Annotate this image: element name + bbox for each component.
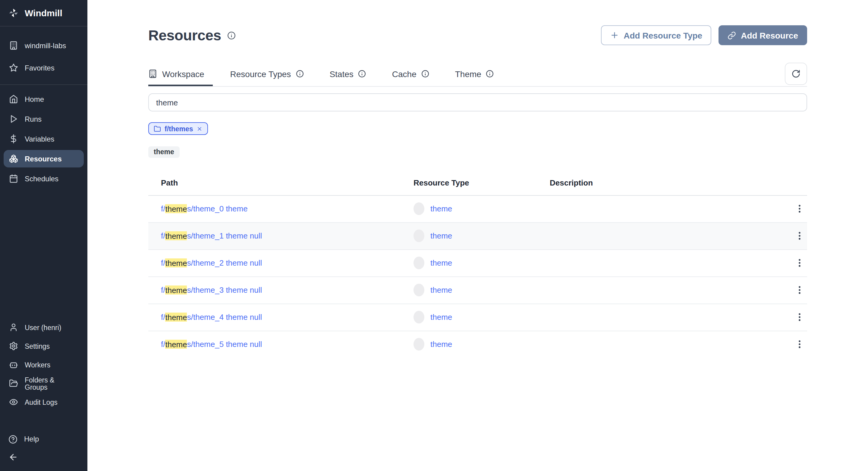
resource-type-link[interactable]: theme xyxy=(430,258,452,267)
resource-path-link[interactable]: f/themes/theme_1 theme null xyxy=(148,231,413,240)
search-match-highlight: theme xyxy=(165,285,187,295)
sidebar-item-label: Help xyxy=(24,435,39,443)
resource-type-link[interactable]: theme xyxy=(430,231,452,240)
resource-type-link[interactable]: theme xyxy=(430,340,452,349)
kebab-icon xyxy=(794,231,804,241)
plus-icon xyxy=(610,31,619,40)
sidebar-item[interactable]: Runs xyxy=(4,110,84,128)
row-menu-button[interactable] xyxy=(792,309,807,325)
sidebar-item-label: Workers xyxy=(25,361,50,368)
resource-type-cell: theme xyxy=(413,230,550,242)
resource-path-link[interactable]: f/themes/theme_2 theme null xyxy=(148,258,413,267)
sidebar-item[interactable]: Home xyxy=(4,90,84,108)
search-match-highlight: theme xyxy=(165,258,187,267)
sidebar-item[interactable]: Schedules xyxy=(4,170,84,187)
sidebar-item-label: Resources xyxy=(25,155,62,163)
table-row[interactable]: f/themes/theme_0 theme theme xyxy=(148,196,807,222)
kebab-icon xyxy=(794,312,804,322)
resource-type-avatar xyxy=(413,311,424,324)
tab[interactable]: States xyxy=(330,61,374,86)
add-resource-type-button[interactable]: Add Resource Type xyxy=(601,25,711,45)
add-resource-button[interactable]: Add Resource xyxy=(718,25,807,45)
info-icon[interactable] xyxy=(227,31,236,39)
sidebar-item-icon xyxy=(9,63,18,72)
sidebar-item-icon xyxy=(9,95,18,104)
table-row[interactable]: f/themes/theme_1 theme null theme xyxy=(148,222,807,249)
sidebar-item-label: Audit Logs xyxy=(25,398,58,406)
kebab-icon xyxy=(794,204,804,214)
sidebar-item[interactable]: Folders & Groups xyxy=(0,374,87,393)
table-row[interactable]: f/themes/theme_5 theme null theme xyxy=(148,330,807,358)
resource-type-cell: theme xyxy=(413,338,550,350)
keyword-chip-row: theme xyxy=(148,146,807,158)
page-title: Resources xyxy=(148,27,221,44)
link-icon xyxy=(727,31,736,39)
header-actions: Add Resource Type Add Resource xyxy=(601,25,807,45)
row-menu-button[interactable] xyxy=(792,228,807,244)
tab-bar: Workspace Resource Types States xyxy=(148,61,807,87)
sidebar-item[interactable]: Variables xyxy=(4,130,84,147)
sidebar-item-label: Home xyxy=(25,95,44,103)
sidebar-spacer xyxy=(0,193,87,318)
app-title: Windmill xyxy=(25,8,62,18)
sidebar-item-help[interactable]: Help xyxy=(0,430,87,448)
sidebar-item-icon xyxy=(9,154,18,163)
sidebar-item[interactable]: Workers xyxy=(0,356,87,374)
sidebar-main-nav: Home Runs Variables Resources xyxy=(0,85,87,193)
table-row[interactable]: f/themes/theme_3 theme null theme xyxy=(148,276,807,303)
sidebar-item[interactable]: Audit Logs xyxy=(0,393,87,411)
info-icon[interactable] xyxy=(421,70,429,78)
tab[interactable]: Workspace xyxy=(148,61,213,86)
main-content: Resources Add Resource Type Add Resource… xyxy=(87,0,868,471)
row-menu-button[interactable] xyxy=(792,255,807,271)
resource-path-link[interactable]: f/themes/theme_0 theme xyxy=(148,204,413,213)
row-menu-button[interactable] xyxy=(792,336,807,352)
table-row[interactable]: f/themes/theme_2 theme null theme xyxy=(148,249,807,276)
tab[interactable]: Cache xyxy=(392,61,438,86)
sidebar-item-label: Runs xyxy=(25,115,41,123)
resource-type-cell: theme xyxy=(413,257,550,269)
sidebar-item-icon xyxy=(9,174,18,183)
resource-path-link[interactable]: f/themes/theme_3 theme null xyxy=(148,285,413,295)
row-menu-button[interactable] xyxy=(792,201,807,216)
resource-path-link[interactable]: f/themes/theme_4 theme null xyxy=(148,312,413,322)
info-icon[interactable] xyxy=(358,70,366,78)
search-match-highlight: theme xyxy=(165,340,187,349)
tab-label: Resource Types xyxy=(230,69,291,78)
resource-type-link[interactable]: theme xyxy=(430,285,452,295)
arrow-left-icon xyxy=(8,452,18,462)
sidebar-item-icon xyxy=(9,360,18,369)
resource-path-link[interactable]: f/themes/theme_5 theme null xyxy=(148,340,413,349)
sidebar-item[interactable]: User (henri) xyxy=(0,318,87,337)
sidebar-collapse-button[interactable] xyxy=(0,448,87,466)
sidebar-item[interactable]: Resources xyxy=(4,150,84,167)
row-menu-button[interactable] xyxy=(792,282,807,298)
sidebar-item-label: User (henri) xyxy=(25,324,61,331)
info-icon[interactable] xyxy=(486,70,494,78)
table-row[interactable]: f/themes/theme_4 theme null theme xyxy=(148,303,807,330)
tab[interactable]: Theme xyxy=(455,61,502,86)
sidebar-item-icon xyxy=(9,341,18,350)
info-icon[interactable] xyxy=(296,70,304,78)
page-header: Resources Add Resource Type Add Resource xyxy=(148,25,807,45)
tab-label: Theme xyxy=(455,69,481,78)
folder-filter-chip[interactable]: f/themes xyxy=(148,122,208,135)
tab-label: Workspace xyxy=(162,69,204,78)
sidebar-item-icon xyxy=(9,134,18,143)
sidebar-item[interactable]: windmill-labs xyxy=(0,34,87,57)
sidebar-item[interactable]: Favorites xyxy=(0,57,87,79)
sidebar-item[interactable]: Settings xyxy=(0,337,87,356)
sidebar-item-icon xyxy=(9,398,18,407)
search-input[interactable] xyxy=(148,93,807,111)
sidebar-secondary-nav: User (henri) Settings Workers Folders & … xyxy=(0,318,87,411)
close-icon[interactable] xyxy=(197,126,203,132)
sidebar-item-icon xyxy=(9,41,18,50)
sidebar-help-nav: Help xyxy=(0,411,87,448)
resource-type-link[interactable]: theme xyxy=(430,204,452,213)
folder-filter-label: f/themes xyxy=(164,125,193,132)
app-logo[interactable]: Windmill xyxy=(0,0,87,27)
sidebar-item-icon xyxy=(9,323,18,332)
tab[interactable]: Resource Types xyxy=(230,61,312,86)
refresh-button[interactable] xyxy=(785,63,807,85)
resource-type-link[interactable]: theme xyxy=(430,312,452,322)
